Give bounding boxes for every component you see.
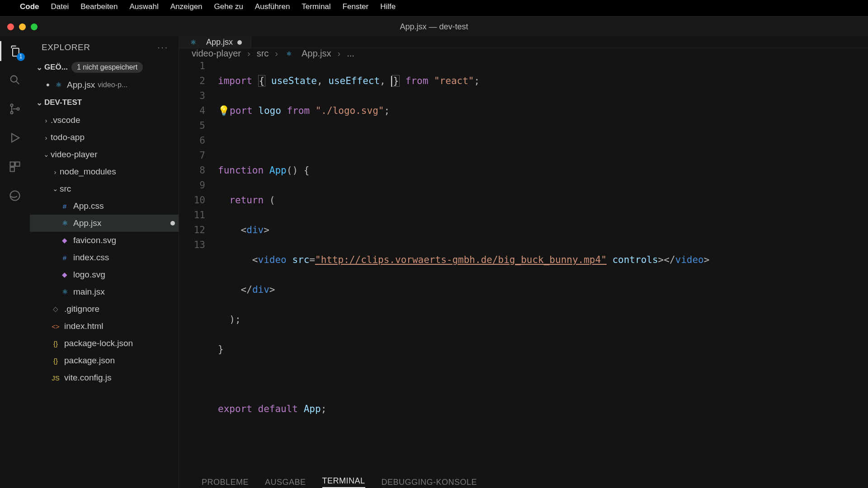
panel-tab-terminal[interactable]: TERMINAL bbox=[322, 476, 365, 488]
crumb-rest: ... bbox=[347, 48, 354, 59]
tree-file-favicon[interactable]: ◆favicon.svg bbox=[30, 232, 179, 249]
chevron-down-icon: ⌄ bbox=[34, 63, 44, 72]
css-file-icon: # bbox=[60, 253, 70, 263]
titlebar[interactable]: App.jsx — dev-test bbox=[0, 17, 868, 37]
crumb-file: ⚛App.jsx bbox=[284, 48, 331, 59]
tree-file-appjsx[interactable]: ⚛App.jsx bbox=[30, 215, 179, 232]
run-debug-icon[interactable] bbox=[7, 130, 23, 146]
menubar-anzeigen[interactable]: Anzeigen bbox=[170, 2, 203, 11]
vscode-window: App.jsx — dev-test 1 bbox=[0, 16, 868, 488]
svg-point-0 bbox=[11, 76, 17, 82]
panel-tab-ausgabe[interactable]: AUSGABE bbox=[265, 478, 306, 487]
tree-file-appcss[interactable]: #App.css bbox=[30, 197, 179, 215]
tree-file-gitignore[interactable]: ◇.gitignore bbox=[30, 300, 179, 318]
tree-folder-videoplayer[interactable]: ⌄video-player bbox=[30, 146, 179, 163]
menubar-hilfe[interactable]: Hilfe bbox=[380, 2, 396, 11]
open-editor-name: App.jsx bbox=[67, 80, 95, 90]
svg-file-icon: ◆ bbox=[60, 270, 70, 280]
svg-rect-7 bbox=[15, 162, 19, 166]
menubar-ausfuehren[interactable]: Ausführen bbox=[255, 2, 290, 11]
close-window-button[interactable] bbox=[7, 23, 14, 30]
unsaved-pill: 1 nicht gespeichert bbox=[71, 62, 143, 73]
activity-bar: 1 bbox=[0, 37, 30, 488]
explorer-sidebar: EXPLORER ··· ⌄ GEÖ... 1 nicht gespeicher… bbox=[30, 37, 179, 488]
svg-file-icon: ◆ bbox=[60, 235, 70, 245]
source-control-icon[interactable] bbox=[7, 101, 23, 117]
tab-label: App.jsx bbox=[206, 38, 233, 47]
menubar-datei[interactable]: Datei bbox=[51, 2, 69, 11]
menubar-fenster[interactable]: Fenster bbox=[343, 2, 369, 11]
line-gutter: 12345678910111213 bbox=[179, 59, 218, 476]
open-editors-section[interactable]: ⌄ GEÖ... 1 nicht gespeichert bbox=[30, 58, 179, 76]
explorer-more-icon[interactable]: ··· bbox=[157, 42, 169, 52]
json-file-icon: {} bbox=[51, 338, 61, 348]
react-file-icon: ⚛ bbox=[284, 49, 294, 59]
menubar-gehezu[interactable]: Gehe zu bbox=[214, 2, 243, 11]
code-editor[interactable]: 12345678910111213 import { useState, use… bbox=[179, 59, 868, 476]
explorer-badge: 1 bbox=[17, 53, 25, 61]
extensions-icon[interactable] bbox=[7, 159, 23, 175]
file-tree: ›.vscode ›todo-app ⌄video-player ›node_m… bbox=[30, 112, 179, 386]
css-file-icon: # bbox=[60, 201, 70, 211]
window-title: App.jsx — dev-test bbox=[0, 22, 868, 32]
tree-folder-nodemodules[interactable]: ›node_modules bbox=[30, 163, 179, 180]
tree-file-logosvg[interactable]: ◆logo.svg bbox=[30, 266, 179, 283]
panel-tab-debug[interactable]: DEBUGGING-KONSOLE bbox=[382, 478, 477, 487]
svg-marker-5 bbox=[12, 134, 19, 142]
breadcrumb[interactable]: video-player › src › ⚛App.jsx › ... bbox=[179, 48, 868, 59]
js-file-icon: JS bbox=[51, 373, 61, 383]
json-file-icon: {} bbox=[51, 356, 61, 366]
tab-modified-dot-icon bbox=[237, 40, 242, 45]
svg-point-3 bbox=[10, 112, 13, 114]
panel-tab-probleme[interactable]: PROBLEME bbox=[202, 478, 249, 487]
tree-file-vite[interactable]: JSvite.config.js bbox=[30, 369, 179, 386]
panel-tabs: PROBLEME AUSGABE TERMINAL DEBUGGING-KONS… bbox=[179, 476, 868, 488]
tree-folder-src[interactable]: ⌄src bbox=[30, 180, 179, 197]
workspace-label: DEV-TEST bbox=[44, 98, 82, 107]
html-file-icon: <> bbox=[51, 321, 61, 331]
open-editor-folder: video-p... bbox=[98, 81, 127, 89]
editor-area: ⚛ App.jsx video-player › src › ⚛App.jsx … bbox=[179, 37, 868, 488]
open-editors-label: GEÖ... bbox=[44, 63, 68, 72]
gitignore-file-icon: ◇ bbox=[51, 304, 61, 314]
maximize-window-button[interactable] bbox=[31, 23, 38, 30]
code-content[interactable]: import { useState, useEffect, } from "re… bbox=[218, 59, 868, 476]
svg-point-2 bbox=[10, 104, 13, 106]
tree-file-pkg[interactable]: {}package.json bbox=[30, 352, 179, 369]
window-controls bbox=[0, 23, 38, 30]
tree-file-pkglock[interactable]: {}package-lock.json bbox=[30, 335, 179, 352]
menubar-terminal[interactable]: Terminal bbox=[302, 2, 330, 11]
explorer-header: EXPLORER ··· bbox=[30, 37, 179, 58]
lightbulb-icon[interactable]: 💡 bbox=[218, 105, 230, 116]
explorer-icon[interactable]: 1 bbox=[7, 43, 23, 59]
minimize-window-button[interactable] bbox=[19, 23, 26, 30]
edge-icon[interactable] bbox=[7, 188, 23, 204]
explorer-title: EXPLORER bbox=[42, 42, 90, 52]
editor-tabs: ⚛ App.jsx bbox=[179, 37, 868, 48]
workspace-section[interactable]: ⌄ DEV-TEST bbox=[30, 94, 179, 112]
react-file-icon: ⚛ bbox=[188, 38, 198, 47]
crumb-folder1: video-player bbox=[192, 48, 241, 59]
tab-appjsx[interactable]: ⚛ App.jsx bbox=[179, 37, 251, 48]
svg-line-1 bbox=[16, 81, 19, 84]
search-icon[interactable] bbox=[7, 72, 23, 88]
svg-point-4 bbox=[17, 108, 19, 110]
chevron-down-icon: ⌄ bbox=[34, 98, 44, 108]
system-menubar: Code Datei Bearbeiten Auswahl Anzeigen G… bbox=[0, 0, 868, 14]
menubar-bearbeiten[interactable]: Bearbeiten bbox=[80, 2, 118, 11]
tree-folder-vscode[interactable]: ›.vscode bbox=[30, 112, 179, 129]
svg-rect-8 bbox=[10, 167, 14, 171]
menubar-app[interactable]: Code bbox=[20, 2, 39, 11]
react-file-icon: ⚛ bbox=[53, 80, 63, 90]
crumb-folder2: src bbox=[257, 48, 269, 59]
open-editor-item[interactable]: • ⚛ App.jsx video-p... bbox=[30, 76, 179, 94]
react-file-icon: ⚛ bbox=[60, 287, 70, 297]
menubar-auswahl[interactable]: Auswahl bbox=[129, 2, 158, 11]
tree-file-indexcss[interactable]: #index.css bbox=[30, 249, 179, 266]
tree-folder-todoapp[interactable]: ›todo-app bbox=[30, 129, 179, 146]
chevron-right-icon: › bbox=[338, 48, 341, 59]
tree-file-mainjsx[interactable]: ⚛main.jsx bbox=[30, 283, 179, 300]
react-file-icon: ⚛ bbox=[60, 218, 70, 228]
svg-rect-6 bbox=[10, 162, 14, 166]
tree-file-indexhtml[interactable]: <>index.html bbox=[30, 318, 179, 335]
